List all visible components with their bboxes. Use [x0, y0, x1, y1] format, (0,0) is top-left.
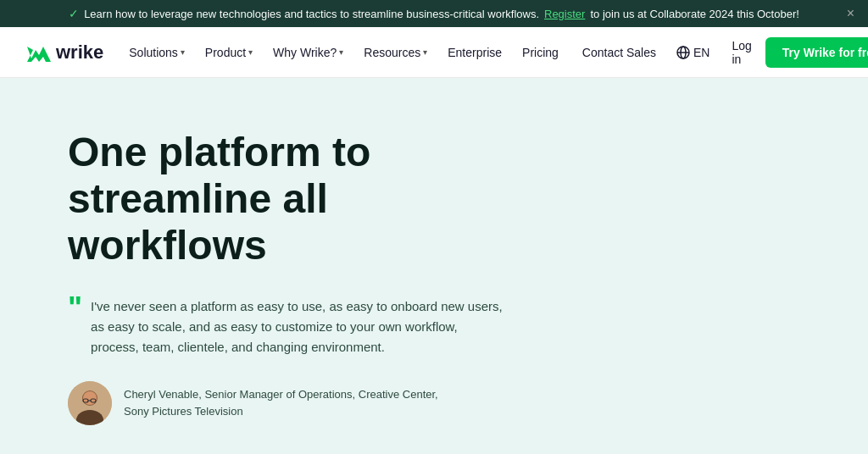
quote-author: Cheryl Venable, Senior Manager of Operat…: [68, 381, 509, 425]
logo[interactable]: wrike: [27, 42, 103, 64]
logo-text: wrike: [56, 42, 103, 64]
nav-item-enterprise[interactable]: Enterprise: [439, 39, 510, 66]
chevron-down-icon: ▾: [423, 47, 427, 57]
author-name: Cheryl Venable, Senior Manager of Operat…: [124, 386, 438, 403]
chevron-down-icon: ▾: [339, 47, 343, 57]
chevron-down-icon: ▾: [181, 47, 185, 57]
avatar-image: [68, 381, 112, 425]
nav-item-resources[interactable]: Resources ▾: [355, 39, 436, 66]
announcement-text: Learn how to leverage new technologies a…: [84, 8, 539, 20]
hero-title: One platform to streamline all workflows: [68, 129, 509, 269]
svg-point-6: [83, 391, 97, 405]
quote-block: " I've never seen a platform as easy to …: [68, 296, 509, 357]
login-link[interactable]: Log in: [721, 32, 761, 73]
announcement-suffix: to join us at Collaborate 2024 this Octo…: [590, 8, 798, 20]
language-selector[interactable]: EN: [668, 39, 718, 66]
nav-cta-button[interactable]: Try Wrike for free: [765, 37, 868, 68]
hero-section: One platform to streamline all workflows…: [0, 78, 868, 454]
nav-right: Contact Sales EN Log in Try Wrike for fr…: [574, 32, 868, 73]
nav-item-solutions[interactable]: Solutions ▾: [120, 39, 193, 66]
main-nav: wrike Solutions ▾ Product ▾ Why Wrike? ▾…: [0, 27, 868, 78]
author-company: Sony Pictures Television: [124, 403, 438, 420]
wrike-logo-icon: [27, 43, 51, 62]
check-icon: ✓: [69, 7, 79, 20]
nav-item-why-wrike[interactable]: Why Wrike? ▾: [264, 39, 352, 66]
author-info: Cheryl Venable, Senior Manager of Operat…: [124, 386, 438, 419]
avatar: [68, 381, 112, 425]
nav-item-product[interactable]: Product ▾: [197, 39, 261, 66]
announcement-bar: ✓ Learn how to leverage new technologies…: [0, 0, 868, 27]
announcement-link[interactable]: Register: [544, 8, 585, 20]
nav-item-pricing[interactable]: Pricing: [514, 39, 567, 66]
contact-sales-link[interactable]: Contact Sales: [574, 39, 665, 66]
quote-marks-icon: ": [68, 293, 82, 324]
chevron-down-icon: ▾: [248, 47, 253, 57]
globe-icon: [676, 46, 690, 59]
close-icon[interactable]: ×: [847, 6, 854, 21]
quote-text: I've never seen a platform as easy to us…: [91, 296, 509, 357]
